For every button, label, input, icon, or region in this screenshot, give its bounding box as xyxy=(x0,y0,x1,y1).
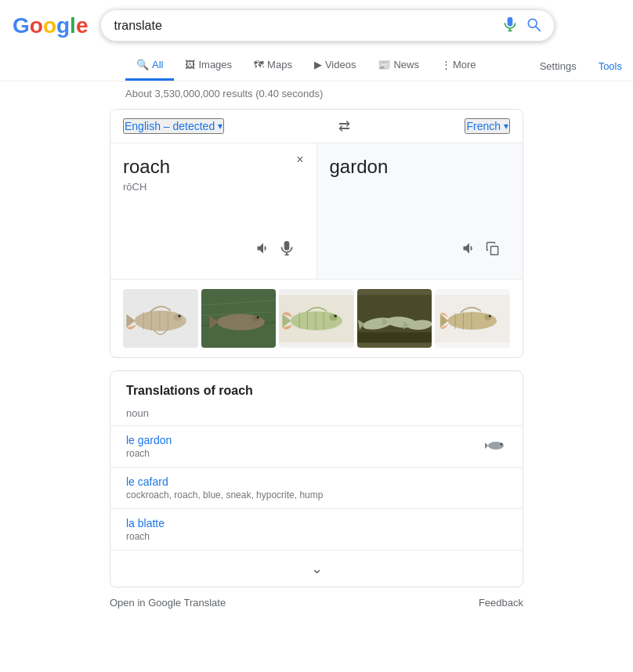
nav-label-videos: Videos xyxy=(325,59,356,70)
feedback-link[interactable]: Feedback xyxy=(479,597,523,609)
translations-title-text: Translations of xyxy=(126,384,219,397)
target-copy-button[interactable] xyxy=(485,240,501,260)
translations-title: Translations of roach xyxy=(110,371,523,404)
translation-row-1: le gardon roach xyxy=(110,425,523,467)
svg-point-3 xyxy=(135,310,186,331)
svg-point-6 xyxy=(178,314,180,316)
nav-label-news: News xyxy=(393,59,419,70)
expand-icon: ⌄ xyxy=(311,560,323,577)
search-icons xyxy=(502,16,541,34)
trans-main-1[interactable]: le gardon xyxy=(126,434,172,446)
trans-main-2[interactable]: le cafard xyxy=(126,475,323,488)
search-input[interactable] xyxy=(114,19,502,33)
fish-icon xyxy=(485,439,507,455)
nav-label-images: Images xyxy=(198,59,232,70)
news-icon: 📰 xyxy=(378,59,390,70)
svg-marker-4 xyxy=(126,313,135,327)
videos-icon: ▶ xyxy=(314,59,322,70)
translation-row-3: la blatte roach xyxy=(110,508,523,550)
svg-point-18 xyxy=(256,316,259,318)
svg-point-46 xyxy=(501,443,503,445)
google-logo: Google xyxy=(13,13,88,38)
source-speak-button[interactable] xyxy=(255,240,271,260)
svg-point-23 xyxy=(335,314,337,316)
svg-rect-29 xyxy=(357,332,432,342)
mic-icon[interactable] xyxy=(502,16,518,34)
header: Google xyxy=(0,0,633,42)
translate-target-footer xyxy=(330,234,511,266)
nav-tools[interactable]: Tools xyxy=(588,52,633,80)
nav-item-images[interactable]: 🖼 Images xyxy=(174,51,243,81)
images-icon: 🖼 xyxy=(185,59,195,70)
all-icon: 🔍 xyxy=(136,59,149,70)
translation-item-2: le cafard cockroach, roach, blue, sneak,… xyxy=(126,475,323,500)
svg-marker-45 xyxy=(485,443,488,449)
swap-languages-icon[interactable]: ⇄ xyxy=(338,117,350,135)
nav-item-news[interactable]: 📰 News xyxy=(367,51,430,81)
translation-item-1: le gardon roach xyxy=(126,434,172,459)
nav-item-maps[interactable]: 🗺 Maps xyxy=(243,51,303,81)
nav-label-maps: Maps xyxy=(267,59,292,70)
target-speak-button[interactable] xyxy=(461,240,477,260)
source-language-button[interactable]: English – detected ▾ xyxy=(123,118,224,134)
translate-target-content: gardon xyxy=(330,156,511,234)
translate-source-panel: × roach rōCH xyxy=(110,143,317,279)
source-word: roach xyxy=(123,156,304,178)
pos-label: noun xyxy=(110,404,523,425)
translation-row-2: le cafard cockroach, roach, blue, sneak,… xyxy=(110,467,523,508)
translate-source-content: × roach rōCH xyxy=(123,156,304,234)
target-language-button[interactable]: French ▾ xyxy=(465,118,510,134)
fish-image-2[interactable] xyxy=(201,289,277,348)
translate-target-panel: gardon xyxy=(317,143,523,279)
search-icon[interactable] xyxy=(526,16,541,34)
fish-image-5[interactable] xyxy=(435,289,510,348)
trans-back-3: roach xyxy=(126,531,165,542)
clear-button[interactable]: × xyxy=(296,153,303,167)
translations-section: Translations of roach noun le gardon roa… xyxy=(110,370,523,587)
target-word: gardon xyxy=(330,156,511,178)
svg-point-40 xyxy=(489,314,491,316)
nav-settings[interactable]: Settings xyxy=(529,52,588,80)
target-lang-dropdown-icon: ▾ xyxy=(504,121,508,132)
expand-row[interactable]: ⌄ xyxy=(110,550,523,587)
trans-back-1: roach xyxy=(126,448,172,459)
translate-header: English – detected ▾ ⇄ French ▾ xyxy=(110,110,523,143)
trans-back-2: cockroach, roach, blue, sneak, hypocrite… xyxy=(126,490,323,500)
source-language-label: English – detected xyxy=(125,120,215,132)
fish-image-3[interactable] xyxy=(279,289,354,348)
nav-item-videos[interactable]: ▶ Videos xyxy=(303,51,367,81)
fish-image-1[interactable] xyxy=(123,289,198,348)
fish-images-row xyxy=(110,279,523,357)
translation-item-3: la blatte roach xyxy=(126,517,165,542)
source-lang-dropdown-icon: ▾ xyxy=(218,121,222,132)
source-phonetic: rōCH xyxy=(123,181,304,193)
svg-line-1 xyxy=(536,27,540,31)
fish-image-4[interactable] xyxy=(357,289,432,348)
nav: 🔍 All 🖼 Images 🗺 Maps ▶ Videos 📰 News ⋮ … xyxy=(0,48,633,81)
open-google-translate-link[interactable]: Open in Google Translate xyxy=(110,597,226,609)
translate-body: × roach rōCH xyxy=(110,143,523,279)
translate-widget: English – detected ▾ ⇄ French ▾ × roach … xyxy=(110,109,523,358)
results-info: About 3,530,000,000 results (0.40 second… xyxy=(0,81,633,106)
nav-item-all[interactable]: 🔍 All xyxy=(125,51,174,81)
nav-label-more: More xyxy=(453,59,476,70)
translations-word: roach xyxy=(219,384,253,397)
nav-label-all: All xyxy=(152,59,163,70)
translate-source-footer xyxy=(123,234,304,266)
search-bar xyxy=(100,9,555,42)
results-count: About 3,530,000,000 results (0.40 second… xyxy=(125,88,323,99)
maps-icon: 🗺 xyxy=(254,59,264,70)
more-dots-icon: ⋮ xyxy=(441,59,451,70)
svg-rect-2 xyxy=(491,247,498,255)
target-language-label: French xyxy=(466,120,501,132)
nav-item-more[interactable]: ⋮ More xyxy=(430,51,487,81)
source-mic-button[interactable] xyxy=(279,240,295,260)
widget-footer: Open in Google Translate Feedback xyxy=(0,591,633,615)
trans-main-3[interactable]: la blatte xyxy=(126,517,165,529)
